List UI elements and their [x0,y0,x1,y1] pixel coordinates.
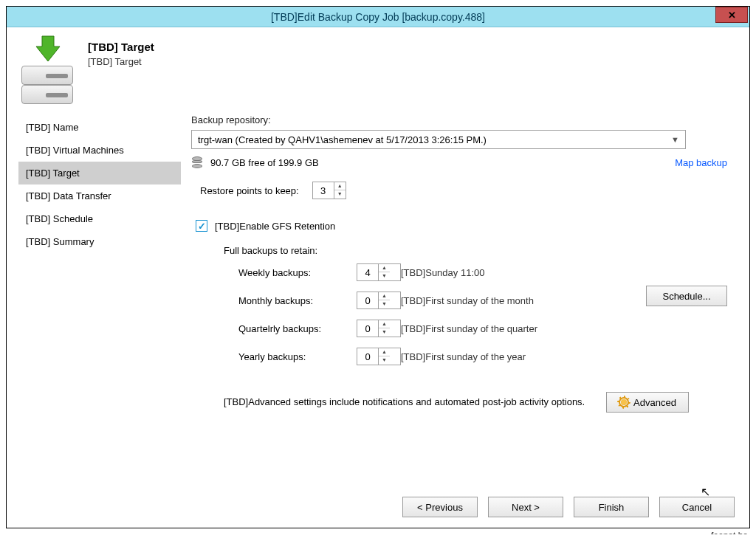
wizard-nav: < Previous Next > Finish Cancel [402,497,735,517]
wizard-header: [TBD] Target [TBD] Target [7,27,749,106]
spin-down-icon[interactable]: ▼ [379,356,390,364]
monthly-label: Monthly backups: [238,295,357,306]
quarterly-desc: [TBD]First sunday of the quarter [401,323,593,334]
spin-down-icon[interactable]: ▼ [379,272,390,280]
backup-repo-select[interactable]: trgt-wan (Created by QAHV1\ashemenev at … [191,130,686,149]
spin-down-icon[interactable]: ▼ [379,328,390,336]
target-drives-icon [18,41,76,100]
advanced-button-label: Advanced [633,397,676,408]
step-label: [TBD] Target [26,168,80,179]
header-text: [TBD] Target [TBD] Target [88,41,154,67]
monthly-desc: [TBD]First sunday of the month [401,295,593,306]
step-label: [TBD] Schedule [26,213,93,224]
spin-up-icon[interactable]: ▲ [379,348,390,356]
svg-marker-0 [36,36,60,61]
step-schedule[interactable]: [TBD] Schedule [18,207,181,230]
yearly-input[interactable] [357,348,378,365]
step-name[interactable]: [TBD] Name [18,116,181,139]
yearly-desc: [TBD]First sunday of the year [401,351,593,362]
weekly-input[interactable] [357,264,378,280]
header-title: [TBD] Target [88,41,154,53]
free-space-text: 90.7 GB free of 199.9 GB [210,157,319,168]
wizard-body: [TBD] Name [TBD] Virtual Machines [TBD] … [7,106,749,520]
step-label: [TBD] Name [26,122,79,133]
schedule-button-label: Schedule... [662,291,710,302]
step-summary[interactable]: [TBD] Summary [18,230,181,253]
spin-up-icon[interactable]: ▲ [379,292,390,300]
finish-button[interactable]: Finish [574,497,649,517]
spin-down-icon[interactable]: ▼ [379,300,390,308]
next-button[interactable]: Next > [488,497,563,517]
restore-points-input[interactable] [313,182,334,199]
step-target[interactable]: [TBD] Target [18,162,181,184]
watermark: foonet.be [711,531,748,534]
target-page: Backup repository: trgt-wan (Created by … [181,108,742,520]
dialog-window: [TBD]Edit Backup Copy Job [backup.copy.4… [6,6,750,528]
step-data-transfer[interactable]: [TBD] Data Transfer [18,184,181,207]
step-label: [TBD] Data Transfer [26,190,111,201]
close-button[interactable]: ✕ [715,7,748,23]
monthly-input[interactable] [357,292,378,308]
green-arrow-icon [35,35,61,64]
header-subtitle: [TBD] Target [88,56,154,67]
yearly-label: Yearly backups: [238,351,357,362]
backup-repo-label: Backup repository: [191,114,735,125]
weekly-desc: [TBD]Sunday 11:00 [401,267,593,278]
finish-label: Finish [599,502,625,513]
titlebar: [TBD]Edit Backup Copy Job [backup.copy.4… [7,7,749,27]
previous-label: < Previous [417,502,463,513]
backup-repo-value: trgt-wan (Created by QAHV1\ashemenev at … [198,134,487,145]
spin-up-icon[interactable]: ▲ [334,182,346,190]
quarterly-input[interactable] [357,320,378,337]
weekly-spinner[interactable]: ▲▼ [357,263,401,281]
quarterly-spinner[interactable]: ▲▼ [357,320,401,337]
cancel-label: Cancel [682,502,712,513]
advanced-button[interactable]: Advanced [606,392,689,413]
quarterly-label: Quartelrly backups: [238,323,357,334]
cancel-button[interactable]: Cancel [659,497,735,517]
next-label: Next > [512,502,540,513]
spin-down-icon[interactable]: ▼ [334,190,346,198]
spin-up-icon[interactable]: ▲ [379,264,390,272]
restore-points-spinner[interactable]: ▲ ▼ [312,182,346,199]
gear-icon [619,397,629,407]
advanced-description: [TBD]Advanced settings include notificat… [224,396,593,409]
retain-title: Full backups to retain: [224,245,735,256]
spin-up-icon[interactable]: ▲ [379,320,390,328]
previous-button[interactable]: < Previous [402,497,478,517]
storage-icon [191,156,203,168]
enable-gfs-checkbox[interactable]: ✓ [196,220,207,232]
map-backup-link[interactable]: Map backup [675,157,727,168]
check-icon: ✓ [198,221,206,232]
close-icon: ✕ [728,10,736,21]
weekly-label: Weekly backups: [238,267,357,278]
schedule-button[interactable]: Schedule... [646,286,727,306]
window-title: [TBD]Edit Backup Copy Job [backup.copy.4… [7,11,749,23]
wizard-steps: [TBD] Name [TBD] Virtual Machines [TBD] … [18,108,181,520]
yearly-spinner[interactable]: ▲▼ [357,348,401,365]
step-label: [TBD] Summary [26,236,94,247]
chevron-down-icon: ▼ [671,135,679,144]
restore-points-label: Restore points to keep: [200,185,299,196]
step-label: [TBD] Virtual Machines [26,145,124,156]
step-virtual-machines[interactable]: [TBD] Virtual Machines [18,139,181,162]
monthly-spinner[interactable]: ▲▼ [357,292,401,309]
enable-gfs-label: [TBD]Enable GFS Retention [215,221,335,232]
